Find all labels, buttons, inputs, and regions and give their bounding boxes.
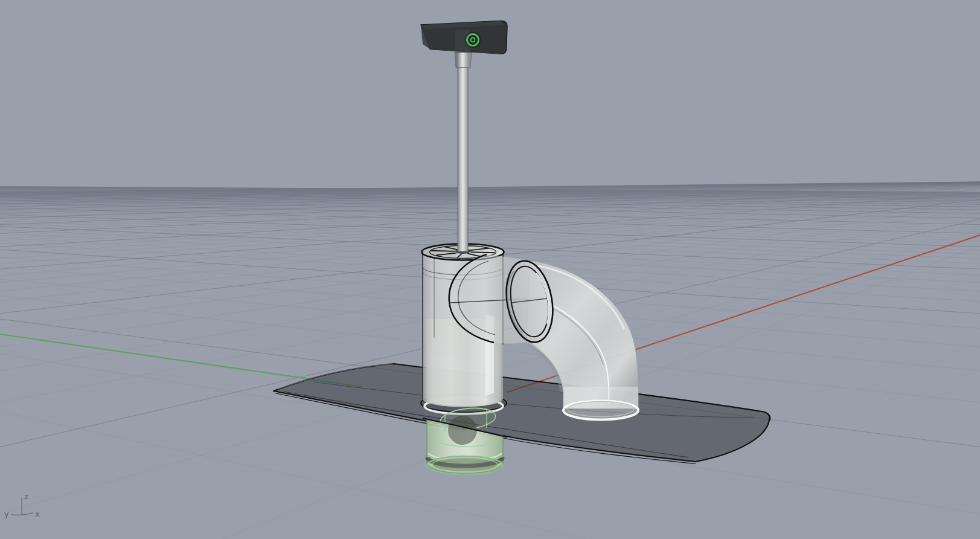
cap-spoke xyxy=(470,252,495,253)
valve-ball xyxy=(448,416,477,445)
t-handle[interactable] xyxy=(421,21,507,54)
gizmo-y-label: y xyxy=(4,509,9,518)
3d-viewport[interactable]: z x y xyxy=(0,0,980,539)
cap-spoke xyxy=(431,251,455,251)
rod-shaft[interactable] xyxy=(458,68,468,251)
rod-collar xyxy=(455,52,472,68)
scene-svg: z x y xyxy=(0,0,980,539)
handle-knob[interactable] xyxy=(467,34,479,46)
gizmo-x-label: x xyxy=(35,509,40,518)
valve-bottom-bore xyxy=(432,458,498,472)
gizmo-z-label: z xyxy=(24,492,28,501)
